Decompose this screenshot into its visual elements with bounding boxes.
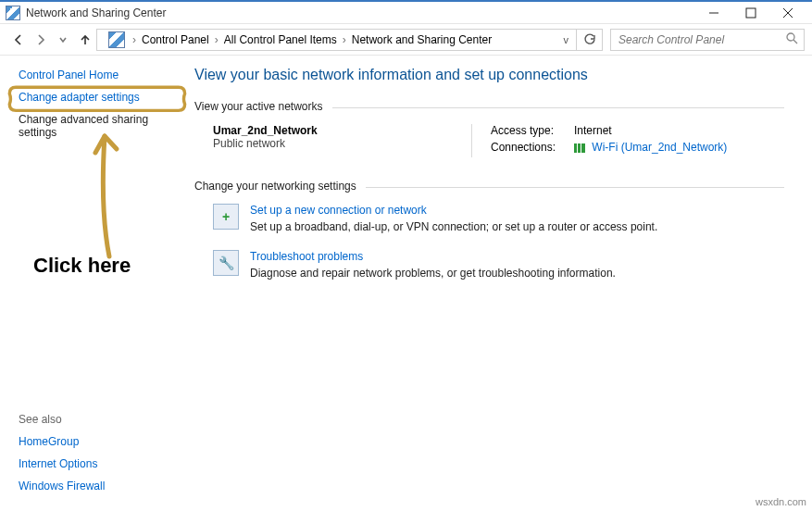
access-type-value: Internet [574,124,612,137]
location-icon [108,31,125,48]
task-troubleshoot: Troubleshoot problems Diagnose and repai… [213,250,784,280]
sidebar-advanced-link[interactable]: Change advanced sharing settings [19,113,176,139]
chevron-right-icon: › [339,33,350,46]
watermark: wsxdn.com [756,496,806,507]
maximize-button[interactable] [732,3,769,23]
setup-connection-link[interactable]: Set up a new connection or network [250,204,657,217]
navbar: › Control Panel › All Control Panel Item… [0,24,812,56]
connection-link[interactable]: Wi-Fi (Umar_2nd_Network) [592,141,727,154]
search-box[interactable] [610,29,805,51]
crumb-all-items[interactable]: All Control Panel Items [222,33,339,46]
page-heading: View your basic network information and … [194,67,784,83]
window-title: Network and Sharing Center [26,6,166,19]
tasks: Set up a new connection or network Set u… [213,204,784,280]
setup-connection-icon [213,204,239,230]
search-icon[interactable] [786,32,798,47]
sidebar: Control Panel Home Change adapter settin… [0,56,185,511]
minimize-button[interactable] [695,3,732,23]
svg-point-1 [787,33,794,41]
network-details: Access type: Internet Connections: Wi-Fi… [472,124,727,157]
chevron-right-icon: › [211,33,222,46]
task-setup-connection: Set up a new connection or network Set u… [213,204,784,233]
troubleshoot-icon [213,250,239,276]
sidebar-seealso-firewall[interactable]: Windows Firewall [19,480,176,492]
access-type-label: Access type: [491,124,574,137]
setup-connection-desc: Set up a broadband, dial-up, or VPN conn… [250,220,657,233]
back-button[interactable] [7,29,30,51]
crumb-control-panel[interactable]: Control Panel [140,33,211,46]
see-also-label: See also [19,413,176,426]
chevron-down-icon[interactable]: v [560,34,573,45]
sidebar-home-link[interactable]: Control Panel Home [19,69,176,81]
app-icon [6,6,20,20]
svg-rect-0 [746,8,756,18]
active-networks-label: View your active networks [194,100,323,113]
change-settings-label: Change your networking settings [194,180,356,193]
troubleshoot-link[interactable]: Troubleshoot problems [250,250,616,263]
close-button[interactable] [769,3,806,23]
forward-button[interactable] [30,29,52,51]
active-networks: Umar_2nd_Network Public network Access t… [213,124,784,157]
breadcrumb[interactable]: › Control Panel › All Control Panel Item… [96,29,577,51]
crumb-network-sharing[interactable]: Network and Sharing Center [350,33,493,46]
network-summary: Umar_2nd_Network Public network [213,124,472,157]
titlebar: Network and Sharing Center [0,2,812,24]
network-name: Umar_2nd_Network [213,124,462,137]
refresh-button[interactable] [577,29,603,51]
active-networks-heading: View your active networks [194,100,784,113]
sidebar-adapter-link[interactable]: Change adapter settings [19,91,176,104]
search-input[interactable] [617,32,786,47]
recent-dropdown[interactable] [52,29,74,51]
sidebar-seealso-homegroup[interactable]: HomeGroup [19,435,176,448]
content: Control Panel Home Change adapter settin… [0,56,812,511]
change-settings-heading: Change your networking settings [194,180,784,193]
network-type: Public network [213,137,462,150]
main: View your basic network information and … [185,56,812,511]
sidebar-seealso-internet-options[interactable]: Internet Options [19,457,176,470]
wifi-signal-icon [574,143,585,153]
connections-label: Connections: [491,141,574,154]
chevron-right-icon: › [129,33,140,46]
up-button[interactable] [74,29,96,51]
troubleshoot-desc: Diagnose and repair network problems, or… [250,267,616,280]
